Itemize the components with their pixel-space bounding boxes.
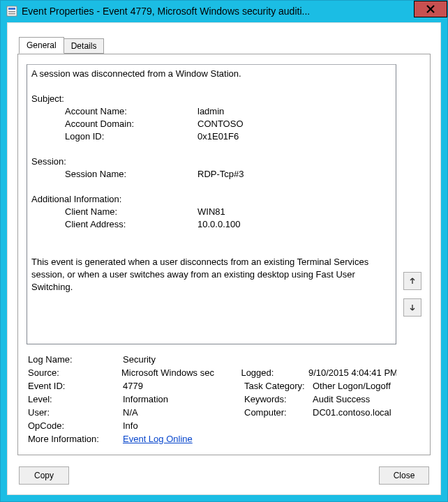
logged-value: 9/10/2015 4:04:41 PM	[308, 366, 396, 379]
session-name-value: RDP-Tcp#3	[197, 168, 244, 181]
arrow-down-icon	[408, 303, 417, 312]
next-event-button[interactable]	[403, 298, 421, 317]
user-value: N/A	[123, 406, 244, 419]
client-name-label: Client Name:	[65, 206, 149, 218]
prev-event-button[interactable]	[403, 272, 421, 290]
tab-details[interactable]: Details	[64, 38, 105, 54]
event-log-online-link[interactable]: Event Log Online	[123, 434, 193, 444]
client-area: General Details A session was disconnect…	[7, 22, 441, 495]
account-name-value: ladmin	[197, 105, 224, 118]
tab-panel-general: A session was disconnected from a Window…	[17, 54, 431, 455]
keywords-value: Audit Success	[313, 393, 370, 406]
logged-label: Logged:	[241, 366, 308, 379]
logon-id-value: 0x1E01F6	[197, 130, 239, 143]
subject-heading: Subject:	[31, 93, 391, 105]
keywords-label: Keywords:	[244, 393, 313, 406]
account-domain-label: Account Domain:	[65, 118, 149, 130]
session-name-label: Session Name:	[65, 168, 149, 181]
event-description[interactable]: A session was disconnected from a Window…	[27, 64, 396, 344]
source-label: Source:	[28, 366, 121, 379]
computer-label: Computer:	[244, 406, 313, 419]
tab-details-label: Details	[71, 41, 97, 51]
log-name-value: Security	[123, 353, 244, 366]
log-name-label: Log Name:	[28, 353, 123, 366]
close-button-label: Close	[394, 471, 415, 480]
tab-general-label: General	[27, 40, 57, 50]
close-button[interactable]: Close	[379, 466, 429, 485]
source-value: Microsoft Windows sec	[121, 366, 241, 379]
account-name-label: Account Name:	[65, 105, 149, 118]
close-icon	[426, 5, 435, 13]
window-close-button[interactable]	[414, 1, 447, 17]
svg-rect-3	[8, 13, 15, 15]
addl-info-heading: Additional Information:	[31, 193, 391, 206]
app-icon	[6, 6, 17, 17]
task-category-value: Other Logon/Logoff	[313, 379, 391, 393]
event-id-label: Event ID:	[28, 379, 123, 393]
client-name-value: WIN81	[197, 206, 225, 218]
session-heading: Session:	[31, 155, 391, 168]
opcode-value: Info	[123, 419, 244, 432]
opcode-label: OpCode:	[28, 419, 123, 432]
tab-general[interactable]: General	[19, 37, 64, 54]
arrow-up-icon	[408, 277, 417, 285]
account-domain-value: CONTOSO	[197, 118, 244, 130]
desc-headline: A session was disconnected from a Window…	[31, 68, 391, 80]
event-id-value: 4779	[123, 379, 244, 393]
window-title: Event Properties - Event 4779, Microsoft…	[22, 6, 414, 17]
level-value: Information	[123, 393, 244, 406]
logon-id-label: Logon ID:	[65, 130, 149, 143]
level-label: Level:	[28, 393, 123, 406]
user-label: User:	[28, 406, 123, 419]
event-metadata: Log Name: Security Source: Microsoft Win…	[28, 353, 396, 446]
copy-button-label: Copy	[34, 471, 54, 480]
svg-rect-1	[8, 8, 15, 10]
client-address-value: 10.0.0.100	[197, 218, 240, 231]
computer-value: DC01.contoso.local	[313, 406, 391, 419]
titlebar[interactable]: Event Properties - Event 4779, Microsoft…	[1, 1, 447, 22]
dialog-window: Event Properties - Event 4779, Microsoft…	[0, 0, 448, 502]
copy-button[interactable]: Copy	[19, 466, 69, 485]
more-info-label: More Information:	[28, 432, 123, 446]
tab-strip: General Details	[19, 38, 103, 54]
svg-rect-2	[8, 11, 15, 13]
client-address-label: Client Address:	[65, 218, 149, 231]
desc-footer: This event is generated when a user disc…	[31, 256, 391, 294]
task-category-label: Task Category:	[244, 379, 313, 393]
